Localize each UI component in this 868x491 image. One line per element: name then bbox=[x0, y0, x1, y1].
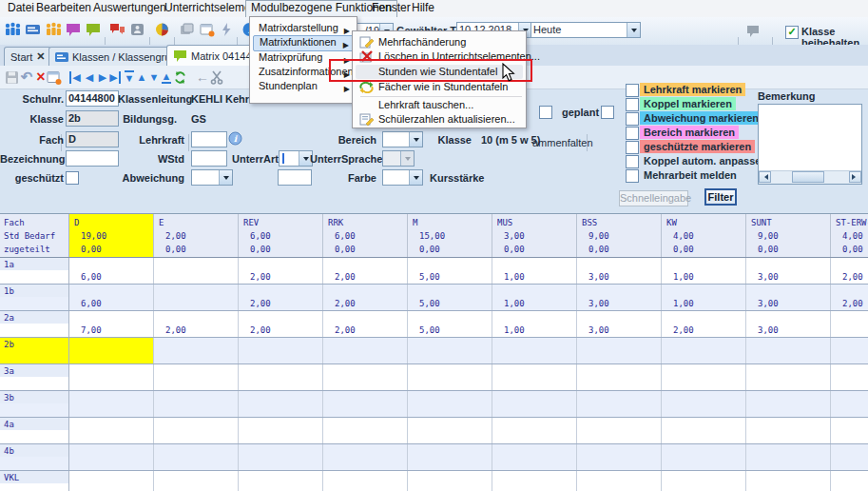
matrix-cell[interactable] bbox=[154, 338, 239, 363]
matrix-cell[interactable] bbox=[408, 418, 492, 443]
lehrkraft-input[interactable] bbox=[191, 131, 227, 147]
matrix-cell[interactable]: 5,00 bbox=[408, 311, 492, 337]
matrix-cell[interactable]: 2,00 bbox=[831, 285, 868, 310]
scroll-right-icon[interactable] bbox=[849, 171, 861, 183]
column-header[interactable]: ST-ERW-DM4,000,00 bbox=[831, 214, 868, 257]
speech-red-icon[interactable] bbox=[107, 20, 126, 39]
farbe-combo[interactable] bbox=[382, 169, 423, 186]
matrix-cell[interactable] bbox=[577, 364, 662, 390]
row-label[interactable]: 4b bbox=[0, 444, 69, 470]
matrix-cell[interactable] bbox=[69, 338, 154, 363]
matrix-cell[interactable]: 2,00 bbox=[323, 258, 408, 284]
matrix-cell[interactable]: 5,00 bbox=[408, 285, 492, 310]
matrix-cell[interactable]: 2,00 bbox=[239, 285, 323, 310]
matrix-cell[interactable] bbox=[408, 338, 492, 363]
row-label[interactable]: 2b bbox=[0, 338, 69, 363]
flash-icon[interactable] bbox=[217, 20, 236, 39]
menu-item-matrixfunktionen[interactable]: Matrixfunktionen▶ bbox=[253, 35, 354, 51]
device-icon[interactable] bbox=[127, 20, 146, 39]
matrix-cell[interactable]: 1,00 bbox=[662, 258, 746, 284]
matrix-cell[interactable] bbox=[323, 444, 408, 470]
menu-item-mehrfachaenderung[interactable]: Mehrfachänderung bbox=[356, 35, 523, 49]
matrix-cell[interactable]: 3,00 bbox=[577, 311, 662, 337]
matrix-cell[interactable] bbox=[239, 391, 323, 417]
matrix-cell[interactable]: 2,00 bbox=[323, 311, 408, 337]
matrix-cell[interactable] bbox=[831, 311, 868, 337]
legend-checkbox[interactable] bbox=[626, 155, 639, 168]
matrix-cell[interactable]: 2,00 bbox=[154, 311, 239, 337]
unknown-checkbox[interactable] bbox=[539, 106, 552, 119]
matrix-cell[interactable]: 3,00 bbox=[746, 311, 831, 337]
legend-checkbox[interactable] bbox=[626, 127, 639, 140]
legend-checkbox[interactable] bbox=[626, 141, 639, 154]
bemerkung-textarea[interactable] bbox=[758, 104, 862, 185]
matrix-cell[interactable]: 3,00 bbox=[746, 285, 831, 310]
matrix-cell[interactable] bbox=[154, 391, 239, 417]
matrix-cell[interactable] bbox=[577, 418, 662, 443]
abweichung-combo[interactable] bbox=[191, 169, 233, 186]
matrix-cell[interactable]: 3,00 bbox=[577, 285, 662, 310]
matrix-cell[interactable]: 1,00 bbox=[492, 311, 577, 337]
matrix-cell[interactable]: 2,00 bbox=[831, 258, 868, 284]
matrix-cell[interactable]: 2,00 bbox=[239, 311, 323, 337]
matrix-cell[interactable] bbox=[746, 444, 831, 470]
monitor-icon[interactable] bbox=[23, 20, 42, 39]
window-icon[interactable] bbox=[197, 20, 216, 39]
matrix-cell[interactable] bbox=[662, 391, 746, 417]
matrix-cell[interactable] bbox=[577, 338, 662, 363]
row-label[interactable]: 3a bbox=[0, 364, 69, 390]
keep-class-checkbox[interactable]: ✓ bbox=[785, 26, 799, 39]
row-label[interactable]: 1b bbox=[0, 285, 69, 310]
koppel-input[interactable] bbox=[278, 169, 312, 186]
matrix-cell[interactable] bbox=[323, 338, 408, 363]
matrix-cell[interactable] bbox=[323, 471, 408, 491]
matrix-cell[interactable] bbox=[239, 418, 323, 443]
matrix-cell[interactable] bbox=[69, 391, 154, 417]
matrix-cell[interactable] bbox=[662, 338, 746, 363]
matrix-cell[interactable] bbox=[69, 418, 154, 443]
speech-green-icon[interactable] bbox=[84, 20, 103, 39]
matrix-cell[interactable] bbox=[662, 364, 746, 390]
matrix-cell[interactable]: 6,00 bbox=[69, 285, 154, 310]
menu-item-lehrkraft-tauschen[interactable]: Lehrkraft tauschen... bbox=[356, 98, 523, 112]
geschuetzt-checkbox[interactable] bbox=[66, 171, 79, 185]
tab-start[interactable]: Start ✕ bbox=[4, 47, 51, 66]
matrix-cell[interactable] bbox=[746, 364, 831, 390]
refresh-icon[interactable] bbox=[170, 68, 189, 87]
matrix-cell[interactable] bbox=[323, 391, 408, 417]
matrix-cell[interactable] bbox=[831, 364, 868, 390]
matrix-cell[interactable] bbox=[746, 471, 831, 491]
matrix-cell[interactable] bbox=[239, 338, 323, 363]
column-header[interactable]: RRK6,000,00 bbox=[323, 214, 408, 257]
scrollbar-thumb[interactable] bbox=[792, 171, 824, 183]
matrix-cell[interactable] bbox=[323, 364, 408, 390]
row-label[interactable]: 4a bbox=[0, 418, 69, 443]
matrix-cell[interactable] bbox=[239, 444, 323, 470]
matrix-cell[interactable] bbox=[492, 471, 577, 491]
column-header[interactable]: MUS3,000,00 bbox=[492, 214, 577, 257]
layers-icon[interactable] bbox=[177, 20, 196, 39]
column-header[interactable]: SUNT9,000,00 bbox=[746, 214, 831, 257]
column-header[interactable]: D19,000,00 bbox=[69, 214, 154, 257]
geplant-checkbox[interactable] bbox=[601, 106, 614, 119]
matrix-cell[interactable] bbox=[408, 391, 492, 417]
legend-checkbox[interactable] bbox=[626, 84, 639, 97]
wstd-input[interactable] bbox=[191, 150, 227, 167]
column-header[interactable]: KW4,000,00 bbox=[662, 214, 746, 257]
matrix-cell[interactable] bbox=[746, 391, 831, 417]
legend-checkbox[interactable] bbox=[626, 98, 639, 111]
matrix-cell[interactable] bbox=[831, 471, 868, 491]
column-header[interactable]: M15,000,00 bbox=[408, 214, 492, 257]
matrix-cell[interactable] bbox=[154, 444, 239, 470]
bezeichnung-input[interactable] bbox=[66, 150, 119, 167]
matrix-cell[interactable] bbox=[746, 338, 831, 363]
matrix-cell[interactable] bbox=[154, 418, 239, 443]
matrix-cell[interactable] bbox=[69, 444, 154, 470]
info-icon[interactable]: i bbox=[228, 131, 242, 146]
matrix-cell[interactable]: 1,00 bbox=[662, 285, 746, 310]
pie-icon[interactable] bbox=[152, 20, 171, 39]
column-header[interactable]: E2,000,00 bbox=[154, 214, 239, 257]
chevron-down-icon[interactable] bbox=[409, 132, 422, 147]
menu-bearbeiten[interactable]: Bearbeiten bbox=[31, 0, 96, 16]
klasse-input[interactable]: 2b bbox=[66, 110, 119, 127]
